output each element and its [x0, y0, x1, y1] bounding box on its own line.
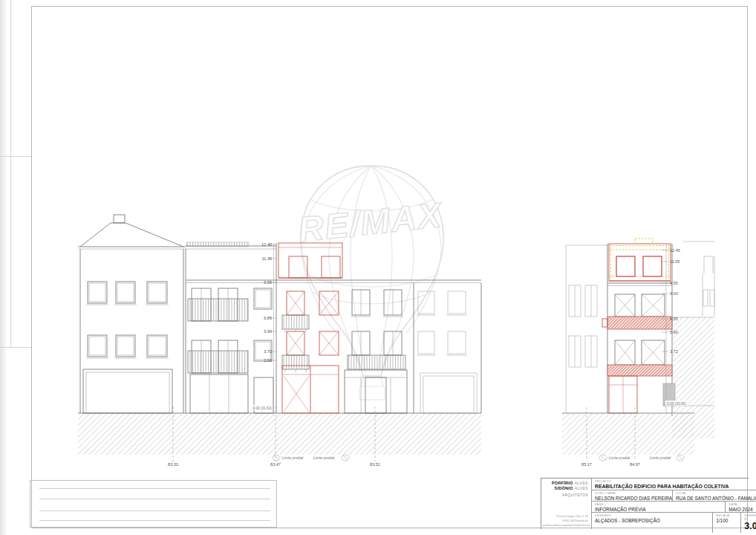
title-block-fields: PROJETO REABILITAÇÃO EDIFICIO PARA HABIT… — [592, 479, 756, 529]
firm-profession: ARQUITETOS — [543, 493, 588, 497]
drawing-sheet: RE/MAX 83.33 83.47 83.52 Limite predial — [0, 0, 756, 535]
phase-field: FASE INFORMAÇÃO PRÉVIA — [592, 502, 726, 512]
drawing-number-field: DESENHO Nº 3.02 — [741, 513, 756, 533]
location-field: LOCAL RUA DE SANTO ANTÓNIO - FAMALICÃO — [673, 490, 756, 501]
scale-field: ESCALA 1/100 — [713, 513, 741, 533]
revision-notes-box — [30, 480, 277, 528]
architect-name: SIDÓNIO ALVES — [543, 486, 588, 491]
client-field: DONO OBRA NELSON RICARDO DIAS PEREIRA — [592, 490, 673, 501]
date-field: DATA MAIO 2024 — [726, 502, 756, 512]
title-block: PORFÍRIO ALVES SIDÓNIO ALVES ARQUITETOS … — [541, 478, 749, 529]
firm-address: Praceta Diogo Cão, nº 36 4760-146 Famali… — [543, 514, 588, 528]
sheet-border-frame — [31, 6, 748, 528]
architect-firm-block: PORFÍRIO ALVES SIDÓNIO ALVES ARQUITETOS … — [541, 479, 592, 529]
architect-name: PORFÍRIO ALVES — [543, 481, 588, 486]
project-field: PROJETO REABILITAÇÃO EDIFICIO PARA HABIT… — [592, 479, 756, 490]
drawing-title-field: DESENHO ALÇADOS - SOBREPOSIÇÃO — [592, 513, 713, 533]
